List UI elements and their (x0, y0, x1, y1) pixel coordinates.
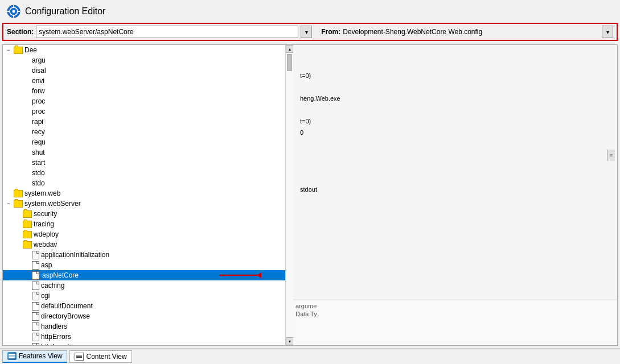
from-dropdown-button[interactable]: ▾ (602, 26, 613, 38)
tree-item-label: cgi (41, 292, 50, 300)
tree-item[interactable]: shut (3, 147, 285, 158)
main-content: −Deeargudisalenviforwprocprocrapirecyreq… (2, 44, 618, 346)
tree-item[interactable]: stdo (3, 168, 285, 178)
folder-icon (23, 231, 32, 238)
right-value: t=0) (300, 72, 311, 79)
tree-item[interactable]: argu (3, 55, 285, 65)
right-panel: t=0) heng.Web.exe t=0) 0 ≡ (293, 45, 617, 345)
tree-item[interactable]: rapi (3, 117, 285, 127)
tree-item[interactable]: start (3, 158, 285, 168)
right-value-2: heng.Web.exe (300, 95, 340, 102)
expand-icon (14, 241, 21, 248)
right-bottom-label2: Data Ty (295, 311, 615, 317)
tree-item[interactable]: defaultDocument (3, 301, 285, 311)
tree-item[interactable]: cgi (3, 291, 285, 301)
tree-item[interactable]: −system.webServer (3, 198, 285, 209)
tree-item-label: aspNetCore (41, 271, 80, 279)
tree-item[interactable]: proc (3, 96, 285, 106)
text-icon (23, 138, 30, 147)
right-row: t=0) (295, 70, 615, 81)
text-icon (23, 77, 30, 85)
scroll-up-button[interactable]: ▴ (286, 45, 293, 53)
middle-scrollbar-icon: ≡ (610, 152, 613, 158)
expand-icon (14, 210, 21, 217)
tree-item[interactable]: tracing (3, 219, 285, 229)
section-dropdown-button[interactable]: ▾ (301, 26, 312, 38)
expand-icon: − (5, 47, 12, 53)
right-row (295, 161, 615, 172)
tree-item[interactable]: applicationInitialization (3, 250, 285, 260)
right-content: t=0) heng.Web.exe t=0) 0 ≡ (293, 45, 617, 300)
section-input[interactable] (36, 26, 298, 38)
content-view-tab[interactable]: Content View (69, 350, 132, 363)
tree-item-label: handlers (41, 322, 67, 330)
tree-item[interactable]: system.web (3, 188, 285, 198)
tree-item[interactable]: disal (3, 65, 285, 76)
section-label: Section: (7, 28, 34, 36)
folder-icon (23, 221, 32, 228)
scrollbar-thumb[interactable] (287, 54, 292, 71)
text-icon (23, 67, 30, 75)
expand-icon (23, 333, 30, 340)
expand-icon (23, 344, 30, 345)
chevron-down-icon-2: ▾ (606, 29, 609, 35)
tree-item-label: rapi (32, 118, 43, 126)
expand-icon (14, 159, 21, 166)
expand-icon (14, 98, 21, 105)
tree-item[interactable]: caching (3, 280, 285, 291)
from-label: From: (321, 28, 340, 36)
tree-item[interactable]: handlers (3, 321, 285, 332)
expand-icon (14, 169, 21, 176)
tree-item[interactable]: wdeploy (3, 229, 285, 239)
features-view-tab[interactable]: Features View (2, 350, 67, 363)
folder-icon (14, 190, 23, 197)
tree-container: −Deeargudisalenviforwprocprocrapirecyreq… (3, 45, 285, 345)
right-value-3: t=0) (300, 118, 311, 125)
tree-scroll[interactable]: −Deeargudisalenviforwprocprocrapirecyreq… (3, 45, 285, 345)
features-view-icon (7, 352, 17, 360)
right-row (295, 138, 615, 150)
expand-icon (14, 180, 21, 187)
tree-item[interactable]: asp (3, 260, 285, 270)
expand-icon (14, 139, 21, 146)
scrollbar-track (286, 53, 293, 337)
tree-item[interactable]: forw (3, 86, 285, 96)
tree-item[interactable]: recy (3, 127, 285, 137)
text-icon (23, 148, 30, 157)
tree-item[interactable]: proc (3, 106, 285, 117)
svg-point-6 (13, 10, 15, 13)
tree-item-label: envi (32, 77, 44, 85)
tree-item[interactable]: httpErrors (3, 332, 285, 342)
text-icon (23, 179, 30, 188)
tree-item[interactable]: directoryBrowse (3, 311, 285, 321)
tree-item[interactable]: security (3, 209, 285, 219)
tree-item[interactable]: −Dee (3, 45, 285, 55)
expand-icon (14, 129, 21, 135)
tree-item[interactable]: stdo (3, 178, 285, 188)
text-icon (23, 159, 30, 167)
scroll-down-button[interactable]: ▾ (286, 337, 293, 345)
content-view-label: Content View (86, 353, 126, 361)
tree-item[interactable]: requ (3, 137, 285, 147)
tree-scrollbar[interactable]: ▴ ▾ (285, 45, 293, 345)
tree-item[interactable]: envi (3, 76, 285, 86)
text-icon (23, 87, 30, 96)
tree-item-label: security (34, 210, 57, 218)
tree-item-label: disal (32, 67, 46, 75)
tree-item-label: httpLogging (41, 343, 77, 345)
expand-icon (14, 57, 21, 64)
expand-icon (14, 221, 21, 228)
title-bar: Configuration Editor (0, 0, 620, 23)
page-icon (32, 251, 39, 259)
tree-item[interactable]: webdav (3, 239, 285, 250)
content-view-icon (75, 353, 84, 361)
tree-item[interactable]: httpLogging (3, 342, 285, 345)
tree-item-label: stdo (32, 169, 45, 177)
tree-item-label: caching (41, 282, 64, 289)
page-icon (32, 271, 39, 280)
tree-item[interactable]: aspNetCore (3, 270, 285, 280)
tree-item-label: proc (32, 97, 45, 105)
expand-icon (23, 251, 30, 258)
expand-icon (23, 292, 30, 299)
right-row (295, 47, 615, 59)
